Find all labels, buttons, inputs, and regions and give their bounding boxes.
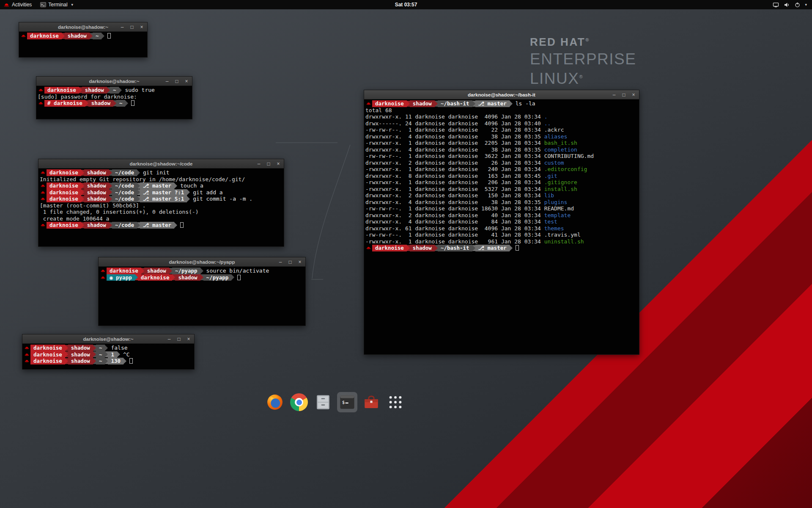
minimize-button[interactable]: – (256, 161, 261, 166)
terminal-icon[interactable]: $ (337, 392, 357, 412)
prompt-segment-path: ~/code (112, 222, 137, 229)
redhat-prompt-icon (24, 353, 30, 356)
maximize-button[interactable]: □ (176, 337, 181, 342)
close-button[interactable]: × (631, 92, 636, 97)
registered-mark: ® (585, 37, 590, 42)
output-text: create mode 100644 a (40, 215, 109, 222)
terminal-window[interactable]: darknoise@shadow:~/pyapp –□× darknoisesh… (98, 257, 306, 326)
output-text: [master (root-commit) 50bcb63] . (40, 202, 145, 209)
maximize-button[interactable]: □ (129, 25, 134, 30)
close-button[interactable]: × (276, 161, 281, 166)
toolbox-icon[interactable] (361, 392, 381, 412)
firefox-icon[interactable] (265, 392, 285, 412)
prompt-segment-user: # darknoise (44, 100, 85, 107)
prompt-segment-path: ~/code (112, 169, 137, 176)
prompt-segment-code: 1 (108, 351, 117, 358)
close-button[interactable]: × (184, 79, 189, 84)
minimize-button[interactable]: – (120, 25, 125, 30)
powerline-separator (231, 274, 234, 280)
terminal-content[interactable]: darknoiseshadow~falsedarknoiseshadow~1^C… (22, 344, 194, 369)
minimize-button[interactable]: – (612, 92, 617, 97)
system-tray[interactable]: ▾ (773, 0, 812, 9)
terminal-content[interactable]: darknoiseshadow~/pyappsource bin/activat… (99, 267, 305, 326)
powerline-separator (109, 170, 112, 176)
files-icon[interactable] (313, 392, 333, 412)
terminal-content[interactable]: darknoiseshadow~ (19, 32, 147, 57)
prompt-segment-host: shadow (68, 358, 93, 364)
file-name: .gitignore (544, 179, 577, 185)
volume-icon[interactable] (784, 2, 790, 8)
powerline-separator (93, 345, 96, 351)
file-name: plugins (544, 199, 568, 205)
minimize-button[interactable]: – (278, 260, 283, 265)
powerline-separator (109, 196, 112, 202)
file-name: themes (544, 225, 564, 232)
powerline-separator (65, 351, 68, 357)
window-title: darknoise@shadow:~/pyapp (99, 260, 305, 265)
terminal-output-line: -rw-rw-r--. 1 darknoise darknoise 41 Jan… (365, 232, 638, 238)
chevron-down-icon[interactable]: ▾ (805, 3, 807, 7)
app-grid-icon[interactable] (385, 392, 406, 412)
maximize-button[interactable]: □ (621, 92, 626, 97)
powerline-separator (81, 170, 84, 176)
terminal-output-line: -rw-rw-r--. 1 darknoise darknoise 22 Jan… (365, 127, 638, 133)
terminal-window[interactable]: darknoise@shadow:~ –□× darknoiseshadow~s… (36, 76, 192, 119)
maximize-button[interactable]: □ (174, 79, 179, 84)
file-meta: drwxrwxr-x. 4 darknoise darknoise 38 Jan… (365, 133, 544, 140)
clock[interactable]: Sat 03:57 (395, 2, 417, 8)
terminal-output-line: drwxrwxr-x. 8 darknoise darknoise 163 Ja… (365, 173, 638, 179)
redhat-prompt-icon (40, 171, 46, 174)
prompt-segment-git: ⎇ master S:1 (140, 196, 187, 202)
terminal-cursor (180, 222, 184, 228)
activities-label: Activities (12, 2, 32, 8)
terminal-content[interactable]: darknoiseshadow~/codegit initInitialized… (38, 168, 284, 246)
watermark-linux: LINUX® (530, 70, 636, 88)
top-bar: Activities Terminal ▼ Sat 03:57 ▾ (0, 0, 812, 9)
minimize-button[interactable]: – (165, 79, 170, 84)
powerline-separator (85, 100, 88, 106)
maximize-button[interactable]: □ (266, 161, 271, 166)
command-text: touch a (180, 182, 203, 189)
app-menu-terminal[interactable]: Terminal ▼ (36, 0, 78, 9)
prompt-segment-path: ~/code (112, 196, 137, 202)
output-text: Initialized empty Git repository in /hom… (40, 176, 245, 182)
terminal-content[interactable]: darknoiseshadow~/bash-it⎇ masterls -lato… (364, 99, 639, 354)
file-meta: -rw-rw-r--. 1 darknoise darknoise 18630 … (365, 205, 544, 212)
titlebar[interactable]: darknoise@shadow:~ –□× (36, 77, 192, 86)
file-name: . (544, 113, 548, 120)
titlebar[interactable]: darknoise@shadow:~/bash-it –□× (364, 90, 639, 99)
activities-button[interactable]: Activities (0, 0, 36, 9)
close-button[interactable]: × (297, 260, 302, 265)
terminal-cursor (107, 33, 111, 39)
terminal-output-line: drwxrwxr-x. 11 darknoise darknoise 4096 … (365, 113, 638, 120)
terminal-window[interactable]: darknoise@shadow:~/code –□× darknoisesha… (38, 159, 284, 247)
file-meta: -rw-rw-r--. 1 darknoise darknoise 22 Jan… (365, 127, 544, 133)
titlebar[interactable]: darknoise@shadow:~ –□× (22, 334, 194, 344)
terminal-content[interactable]: darknoiseshadow~sudo true[sudo] password… (36, 86, 192, 119)
prompt-segment-venv: ◉ pyapp (107, 274, 135, 281)
terminal-window[interactable]: darknoise@shadow:~ –□× darknoiseshadow~f… (22, 334, 195, 370)
prompt-segment-host: shadow (68, 351, 93, 358)
prompt-line: darknoiseshadow~/codegit init (40, 169, 283, 176)
maximize-button[interactable]: □ (288, 260, 293, 265)
terminal-window-icon (40, 2, 46, 7)
prompt-segment-host: shadow (410, 245, 435, 251)
titlebar[interactable]: darknoise@shadow:~ –□× (19, 22, 147, 32)
display-icon[interactable] (773, 2, 779, 8)
prompt-segment-user: darknoise (47, 196, 81, 202)
prompt-line: darknoiseshadow~sudo true (38, 87, 191, 94)
terminal-window[interactable]: darknoise@shadow:~/bash-it –□× darknoise… (364, 90, 639, 355)
power-icon[interactable] (795, 2, 800, 8)
chrome-icon[interactable] (289, 392, 309, 412)
file-meta: drwxrwxr-x. 4 darknoise darknoise 38 Jan… (365, 199, 544, 205)
titlebar[interactable]: darknoise@shadow:~/code –□× (38, 159, 284, 168)
minimize-button[interactable]: – (167, 337, 172, 342)
powerline-separator (435, 245, 438, 251)
prompt-segment-user: darknoise (107, 268, 141, 274)
terminal-window[interactable]: darknoise@shadow:~ –□× darknoiseshadow~ (19, 22, 148, 58)
titlebar[interactable]: darknoise@shadow:~/pyapp –□× (99, 257, 305, 267)
prompt-segment-path: ~ (96, 358, 105, 364)
close-button[interactable]: × (186, 337, 191, 342)
prompt-segment-path: ~/bash-it (438, 100, 472, 107)
close-button[interactable]: × (139, 25, 144, 30)
